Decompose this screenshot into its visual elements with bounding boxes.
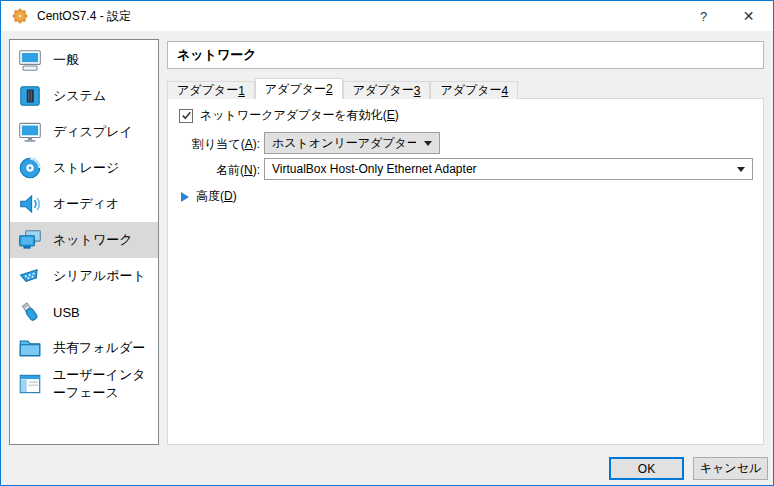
serial-port-icon [17, 263, 43, 289]
label-text: ) [395, 108, 399, 122]
titlebar: CentOS7.4 - 設定 ? ✕ [1, 1, 773, 31]
expand-arrow-icon [181, 192, 189, 202]
label-mnemonic: D [224, 189, 233, 203]
attachment-dropdown[interactable]: ホストオンリーアダプター [264, 132, 440, 154]
usb-icon [17, 299, 43, 325]
sidebar-item-usb[interactable]: USB [10, 294, 158, 330]
advanced-label: 高度(D) [196, 188, 237, 205]
storage-icon [17, 155, 43, 181]
label-text: ) [233, 189, 237, 203]
general-icon [17, 47, 43, 73]
label-mnemonic: E [387, 108, 395, 122]
sidebar-item-general[interactable]: 一般 [10, 42, 158, 78]
sidebar-item-label: シリアルポート [53, 267, 146, 285]
network-icon [17, 227, 43, 253]
label-text: 名前( [216, 163, 244, 177]
label-text: 高度( [196, 189, 224, 203]
ok-button-label: OK [638, 462, 655, 476]
label-mnemonic: A [245, 137, 253, 151]
sidebar-item-serial-ports[interactable]: シリアルポート [10, 258, 158, 294]
enable-adapter-label: ネットワークアダプターを有効化(E) [200, 107, 399, 124]
tab-label-num: 3 [414, 84, 421, 98]
sidebar-item-network[interactable]: ネットワーク [10, 222, 158, 258]
page-title-text: ネットワーク [177, 46, 257, 64]
close-icon: ✕ [743, 8, 755, 24]
help-icon: ? [700, 9, 707, 24]
name-dropdown[interactable]: VirtualBox Host-Only Ethernet Adapter [264, 158, 753, 180]
adapter-tab-page: ネットワークアダプターを有効化(E) 割り当て(A): ホストオンリーアダプター… [167, 98, 764, 445]
sidebar-item-label: ディスプレイ [53, 123, 133, 141]
tab-adapter-1[interactable]: アダプター 1 [167, 81, 255, 99]
settings-dialog: CentOS7.4 - 設定 ? ✕ 一般 システム ディスプレイ [0, 0, 774, 486]
help-button[interactable]: ? [681, 1, 726, 31]
sidebar-item-label: システム [53, 87, 106, 105]
tab-label-num: 2 [326, 82, 333, 96]
label-text: ): [253, 163, 260, 177]
close-button[interactable]: ✕ [726, 1, 771, 31]
advanced-toggle[interactable]: 高度(D) [181, 188, 237, 205]
sidebar-item-label: ユーザーインターフェース [53, 366, 158, 402]
sidebar-item-label: ネットワーク [53, 231, 133, 249]
sidebar-item-label: USB [53, 305, 80, 320]
system-icon [17, 83, 43, 109]
user-interface-icon [17, 371, 43, 397]
name-label: 名前(N): [176, 162, 260, 179]
label-mnemonic: N [244, 163, 253, 177]
sidebar-item-shared-folders[interactable]: 共有フォルダー [10, 330, 158, 366]
label-text: ): [253, 137, 260, 151]
cancel-button[interactable]: キャンセル [693, 457, 768, 480]
sidebar-item-label: 一般 [53, 51, 79, 69]
sidebar-item-audio[interactable]: オーディオ [10, 186, 158, 222]
page-title: ネットワーク [167, 41, 764, 69]
tab-label-num: 1 [238, 84, 245, 98]
dropdown-arrow-icon [737, 167, 745, 172]
sidebar-item-label: 共有フォルダー [53, 339, 145, 357]
tab-label: アダプター [353, 82, 414, 99]
cancel-button-label: キャンセル [700, 460, 761, 477]
tab-label: アダプター [440, 82, 501, 99]
label-text: ネットワークアダプターを有効化( [200, 108, 387, 122]
sidebar-item-display[interactable]: ディスプレイ [10, 114, 158, 150]
tab-label: アダプター [265, 81, 326, 98]
settings-gear-icon [12, 8, 28, 24]
sidebar-item-user-interface[interactable]: ユーザーインターフェース [10, 366, 158, 402]
tab-label-num: 4 [502, 84, 509, 98]
tab-adapter-3[interactable]: アダプター 3 [343, 81, 431, 99]
sidebar-item-label: オーディオ [53, 195, 119, 213]
sidebar-item-system[interactable]: システム [10, 78, 158, 114]
sidebar-item-label: ストレージ [53, 159, 119, 177]
enable-adapter-checkbox[interactable] [179, 109, 193, 123]
tab-adapter-4[interactable]: アダプター 4 [430, 81, 518, 99]
name-value: VirtualBox Host-Only Ethernet Adapter [272, 162, 729, 176]
adapter-tabs: アダプター 1 アダプター 2 アダプター 3 アダプター 4 [167, 78, 518, 99]
dropdown-arrow-icon [424, 141, 432, 146]
shared-folders-icon [17, 335, 43, 361]
attachment-value: ホストオンリーアダプター [272, 135, 416, 152]
display-icon [17, 119, 43, 145]
tab-adapter-2[interactable]: アダプター 2 [255, 78, 343, 99]
checkmark-icon [181, 110, 192, 121]
label-text: 割り当て( [192, 137, 245, 151]
settings-category-list: 一般 システム ディスプレイ ストレージ オーディオ [9, 39, 159, 445]
window-title: CentOS7.4 - 設定 [37, 8, 131, 25]
sidebar-item-storage[interactable]: ストレージ [10, 150, 158, 186]
audio-icon [17, 191, 43, 217]
enable-adapter-row: ネットワークアダプターを有効化(E) [179, 107, 399, 124]
tab-label: アダプター [177, 82, 238, 99]
attachment-label: 割り当て(A): [176, 136, 260, 153]
ok-button[interactable]: OK [609, 457, 684, 480]
